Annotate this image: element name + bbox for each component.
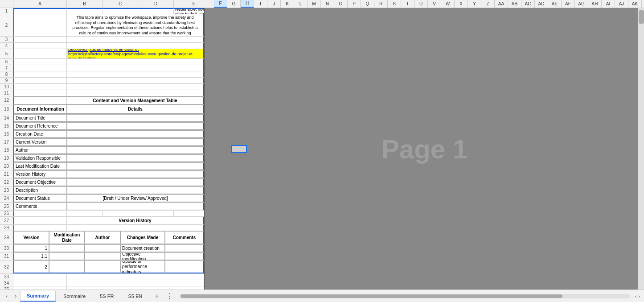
cell-doc-info[interactable]: Document Information (13, 104, 67, 114)
cell-d1[interactable] (138, 8, 174, 14)
cell-comments-label[interactable]: Comments (13, 203, 67, 210)
cell-desc[interactable]: This table aims to optimize the workspac… (67, 14, 204, 36)
cell-e26[interactable] (174, 211, 204, 216)
tab-prev-button[interactable]: ‹ (2, 292, 11, 301)
cell-b11[interactable] (67, 90, 204, 96)
cell-d26[interactable] (138, 211, 174, 216)
tab-next-button[interactable]: › (11, 292, 20, 301)
cell-e1[interactable]: take, who is responsible, how often to d… (174, 8, 204, 14)
cell-a33[interactable] (13, 274, 67, 280)
sheet-options-button[interactable]: ⋮ (162, 292, 176, 300)
cell-description-label[interactable]: Description (13, 186, 67, 194)
cell-current-version-label[interactable]: Current Version (13, 138, 67, 146)
cell-v1-version[interactable]: 1 (13, 244, 49, 252)
cell-a2[interactable] (13, 14, 67, 36)
cell-version-title[interactable]: Content and Version Management Table (67, 96, 204, 104)
cell-a6[interactable] (13, 59, 67, 65)
cell-vh-changes[interactable]: Changes Made (120, 231, 165, 244)
cell-b4[interactable] (67, 43, 204, 49)
cell-current-version-value[interactable] (67, 138, 204, 146)
cell-doc-ref-value[interactable] (67, 122, 204, 130)
scroll-left-button[interactable]: ‹ (635, 294, 637, 299)
cell-v1-changes[interactable]: Document creation (120, 244, 165, 252)
tab-s5en[interactable]: S5 EN (121, 291, 149, 302)
cell-v1-comments[interactable] (165, 244, 204, 252)
cell-doc-ref-label[interactable]: Document Reference (13, 122, 67, 130)
cell-b35[interactable] (67, 286, 204, 290)
cell-a8[interactable] (13, 71, 67, 77)
tab-sommaire[interactable]: Sommaire (57, 291, 92, 302)
cell-b3[interactable] (67, 37, 204, 42)
cell-vh-title[interactable]: Version History (67, 217, 204, 224)
cell-b33[interactable] (67, 274, 204, 280)
cell-v11-comments[interactable] (165, 252, 204, 260)
cell-a4[interactable] (13, 43, 67, 49)
cell-b9[interactable] (67, 78, 204, 83)
cell-a34[interactable] (13, 280, 67, 286)
cell-v2-moddate[interactable] (49, 261, 85, 273)
cell-a10[interactable] (13, 84, 67, 90)
vertical-scrollbar[interactable] (638, 8, 644, 290)
cell-v1-author[interactable] (85, 244, 120, 252)
cell-doc-title-label[interactable]: Document Title (13, 114, 67, 122)
cell-author-label[interactable]: Author (13, 146, 67, 154)
cell-b6[interactable] (67, 59, 204, 65)
cell-v2-version[interactable]: 2 (13, 261, 49, 273)
cell-b34[interactable] (67, 280, 204, 286)
cell-author-value[interactable] (67, 146, 204, 154)
tab-5sfr[interactable]: 5S FR (93, 291, 120, 302)
cell-vh-version[interactable]: Version (13, 231, 49, 244)
add-sheet-button[interactable]: + (152, 291, 162, 302)
cell-v11-version[interactable]: 1.1 (13, 252, 49, 260)
cell-validation-value[interactable] (67, 154, 204, 162)
cell-v11-changes[interactable]: Objective modification (120, 252, 165, 260)
cell-version-history-value[interactable] (67, 170, 204, 178)
cell-c26[interactable] (103, 211, 138, 216)
cell-v11-author[interactable] (85, 252, 120, 260)
cell-v2-changes[interactable]: Update of performance indicators (120, 261, 165, 273)
scrollbar-thumb[interactable] (639, 10, 644, 24)
cell-vh-author[interactable]: Author (85, 231, 120, 244)
cell-validation-label[interactable]: Validation Responsible (13, 154, 67, 162)
cell-a3[interactable] (13, 37, 67, 42)
cell-b10[interactable] (67, 84, 204, 90)
cell-comments-value[interactable] (67, 203, 204, 210)
cell-b28[interactable] (67, 225, 204, 231)
cell-v11-moddate[interactable] (49, 252, 85, 260)
cell-doc-title-value[interactable] (67, 114, 204, 122)
cell-description-value[interactable] (67, 186, 204, 194)
cell-details[interactable]: Details (67, 104, 204, 114)
cell-a35[interactable] (13, 286, 67, 290)
tab-summary[interactable]: Summary (20, 291, 56, 302)
cell-a11[interactable] (13, 90, 67, 96)
cell-vh-comments[interactable]: Comments (165, 231, 204, 244)
cell-b1[interactable] (67, 8, 103, 14)
cell-b26[interactable] (67, 211, 103, 216)
cell-last-mod-value[interactable] (67, 162, 204, 170)
cell-doc-objective-label[interactable]: Document Objective (13, 178, 67, 186)
cell-doc-objective-value[interactable] (67, 178, 204, 186)
cell-a1[interactable] (13, 8, 67, 14)
horizontal-scrollbar-thumb[interactable] (180, 294, 562, 298)
cell-c1[interactable] (103, 8, 138, 14)
cell-a7[interactable] (13, 65, 67, 71)
cell-creation-date-label[interactable]: Creation Date (13, 130, 67, 138)
cell-link[interactable]: Découvrez plus de modèles en visitant : … (67, 49, 204, 58)
cell-creation-date-value[interactable] (67, 130, 204, 138)
cell-version-history-label[interactable]: Version History (13, 170, 67, 178)
cell-a27[interactable] (13, 217, 67, 224)
selected-cell-h-indicator[interactable] (231, 145, 247, 153)
horizontal-scrollbar[interactable] (180, 294, 629, 298)
cell-last-mod-label[interactable]: Last Modification Date (13, 162, 67, 170)
link-text[interactable]: Découvrez plus de modèles en visitant : … (68, 49, 202, 58)
cell-v2-author[interactable] (85, 261, 120, 273)
cell-v2-comments[interactable] (165, 261, 204, 273)
cell-a9[interactable] (13, 78, 67, 83)
cell-a5[interactable] (13, 49, 67, 58)
cell-v1-moddate[interactable] (49, 244, 85, 252)
scroll-right-button[interactable]: › (638, 294, 640, 299)
cell-b7[interactable] (67, 65, 204, 71)
cell-a28[interactable] (13, 225, 67, 231)
cell-b8[interactable] (67, 71, 204, 77)
cell-vh-moddate[interactable]: Modification Date (49, 231, 85, 244)
